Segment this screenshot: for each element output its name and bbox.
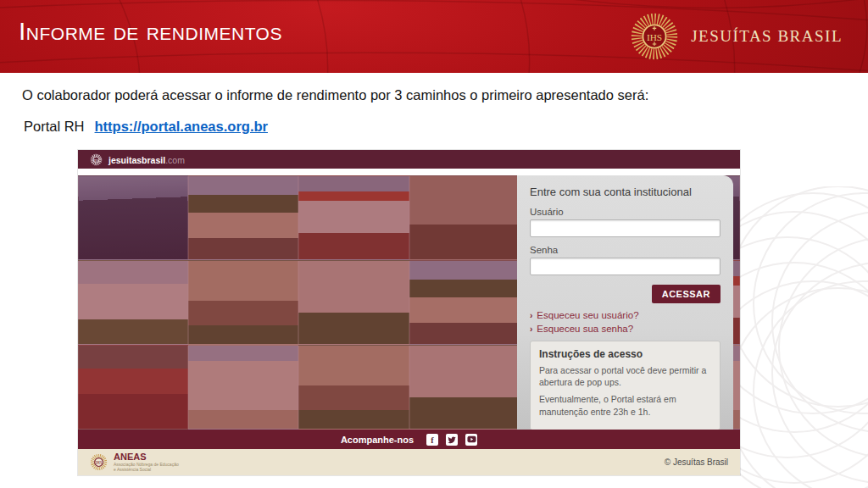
- chevron-right-icon: ›: [530, 311, 532, 320]
- aneas-logo-block: IHS ANEAS Associação Nóbrega de Educação…: [90, 452, 179, 473]
- site-tld: .com: [165, 155, 185, 165]
- copyright-text: © Jesuítas Brasil: [665, 458, 728, 467]
- chevron-right-icon: ›: [530, 324, 532, 334]
- login-panel: Entre com sua conta institucional Usuári…: [517, 175, 733, 430]
- svg-text:IHS: IHS: [647, 32, 662, 42]
- aneas-tagline: Associação Nóbrega de Educação e Assistê…: [114, 462, 179, 473]
- portal-main: Entre com sua conta institucional Usuári…: [78, 175, 740, 430]
- svg-text:IHS: IHS: [93, 158, 99, 162]
- instructions-line: Para acessar o portal você deve permitir…: [539, 364, 711, 388]
- forgot-password-link[interactable]: › Esqueceu sua senha?: [530, 324, 721, 334]
- login-heading: Entre com sua conta institucional: [530, 186, 721, 198]
- access-instructions-box: Instruções de acesso Para acessar o port…: [530, 341, 721, 430]
- acessar-button[interactable]: ACESSAR: [652, 285, 721, 303]
- instructions-line: Eventualmente, o Portal estará em manute…: [539, 393, 711, 417]
- site-name: jesuitasbrasil: [108, 155, 165, 165]
- facebook-icon[interactable]: f: [426, 434, 438, 446]
- ihs-emblem-small-icon: IHS: [90, 153, 103, 166]
- password-label: Senha: [530, 245, 721, 255]
- twitter-icon[interactable]: [446, 434, 458, 446]
- password-input[interactable]: [530, 258, 721, 275]
- aneas-name: ANEAS: [114, 452, 179, 462]
- username-input[interactable]: [530, 219, 721, 237]
- aneas-emblem-icon: IHS: [90, 453, 108, 471]
- instructions-title: Instruções de acesso: [539, 348, 711, 360]
- svg-text:f: f: [431, 435, 434, 444]
- svg-text:IHS: IHS: [95, 460, 103, 465]
- social-label: Acompanhe-nos: [341, 435, 414, 445]
- social-bar: Acompanhe-nos f: [78, 430, 740, 449]
- spirograph-decoration: [732, 186, 868, 488]
- topbar-gap: [78, 169, 740, 175]
- page-title: Informe de rendimentos: [19, 17, 282, 46]
- slide-header: Informe de rendimentos IHS JESUÍTAS BRAS…: [0, 0, 868, 73]
- brand-logo: IHS JESUÍTAS BRASIL: [630, 0, 843, 73]
- ihs-sunburst-icon: IHS: [630, 12, 679, 61]
- portal-topbar: IHS jesuitasbrasil.com: [78, 150, 740, 169]
- portal-line: Portal RH https://portal.aneas.org.br: [24, 119, 268, 135]
- intro-text: O colaborador poderá acessar o informe d…: [22, 87, 648, 103]
- portal-screenshot: IHS jesuitasbrasil.com Entr: [78, 150, 740, 475]
- portal-footer: IHS ANEAS Associação Nóbrega de Educação…: [78, 449, 740, 475]
- brand-name: JESUÍTAS BRASIL: [691, 27, 843, 46]
- portal-rh-label: Portal RH: [24, 119, 85, 135]
- portal-url-link[interactable]: https://portal.aneas.org.br: [95, 119, 268, 135]
- forgot-username-link[interactable]: › Esqueceu seu usuário?: [530, 310, 721, 320]
- username-label: Usuário: [530, 207, 721, 217]
- youtube-icon[interactable]: [465, 434, 477, 446]
